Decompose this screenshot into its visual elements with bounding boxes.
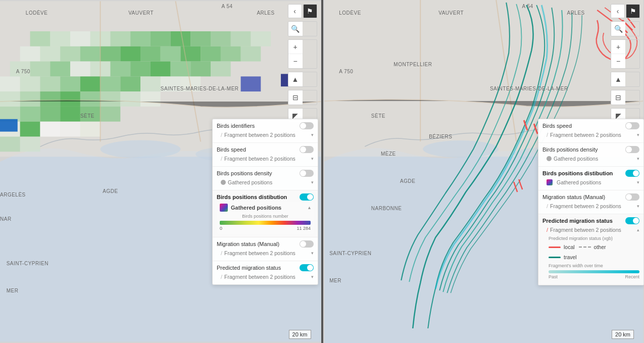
svg-rect-24 — [201, 46, 221, 62]
birds-speed-toggle-right[interactable] — [625, 122, 639, 129]
north-button-left[interactable]: ▲ — [288, 72, 303, 86]
svg-rect-5 — [70, 31, 90, 46]
birds-identifiers-chevron[interactable]: ▾ — [311, 132, 314, 137]
svg-rect-16 — [40, 46, 60, 62]
birds-positions-density-toggle[interactable] — [300, 170, 314, 177]
svg-rect-51 — [20, 91, 40, 107]
zoom-in-button-left[interactable]: + — [288, 40, 303, 54]
birds-positions-density-title: Birds positions density — [217, 170, 272, 176]
birds-positions-distribution-sublayer-right: Gathered positions ▾ — [542, 178, 639, 187]
svg-rect-52 — [40, 91, 60, 107]
gradient-labels: 0 11 284 — [220, 226, 311, 231]
gathered-positions-label: Gathered positions — [231, 205, 281, 211]
migration-status-manual-toggle[interactable] — [300, 240, 314, 248]
bookmark-button-right[interactable]: ⚑ — [626, 4, 640, 18]
svg-rect-28 — [30, 62, 51, 77]
birds-speed-title-right: Birds speed — [542, 123, 572, 129]
svg-rect-37 — [211, 62, 231, 77]
migration-status-manual-sublayer-label: Fragment between 2 positions — [224, 250, 295, 256]
zoom-in-button-right[interactable]: + — [611, 40, 625, 54]
svg-rect-50 — [0, 91, 20, 107]
predicted-legend-label: Predicted migration status (xgb) — [549, 236, 639, 241]
birds-identifiers-title: Birds identifiers — [217, 123, 255, 129]
birds-positions-density-sublayer: Gathered positions ▾ — [217, 178, 314, 187]
predicted-migration-status-sublayer: / Fragment between 2 positions ▾ — [217, 272, 314, 281]
search-button-right[interactable]: 🔍 — [611, 22, 625, 36]
birds-speed-title: Birds speed — [217, 146, 246, 153]
migration-status-manual-toggle-right[interactable] — [625, 193, 639, 201]
zoom-out-button-right[interactable]: − — [611, 54, 625, 68]
back-button-left[interactable]: ‹ — [288, 4, 302, 18]
width-bar — [549, 270, 639, 273]
gathered-icon — [220, 204, 228, 212]
birds-positions-distribution-sublayer-label-right: Gathered positions — [557, 179, 601, 185]
search-button-left[interactable]: 🔍 — [288, 22, 303, 36]
svg-rect-27 — [10, 62, 30, 77]
birds-identifiers-sublayer: / Fragment between 2 positions ▾ — [217, 130, 314, 139]
legend-local-line — [549, 247, 561, 248]
birds-positions-density-chevron[interactable]: ▾ — [311, 180, 314, 185]
predicted-slash-icon: / — [221, 274, 222, 280]
birds-positions-number-label: Birds positions number — [220, 214, 311, 219]
svg-rect-55 — [101, 91, 121, 107]
legend-local: local — [549, 243, 575, 251]
migration-status-manual-chevron-right[interactable]: ▾ — [637, 204, 639, 209]
birds-positions-density-sublayer-right: Gathered positions ▾ — [542, 154, 639, 163]
svg-rect-13 — [231, 31, 251, 46]
zoom-out-button-left[interactable]: − — [288, 54, 303, 68]
section-migration-status-manual-right: Migration status (Manual) / Fragment bet… — [538, 190, 643, 214]
migration-status-manual-chevron[interactable]: ▾ — [311, 251, 314, 256]
svg-rect-32 — [110, 62, 130, 77]
gathered-positions-gray-dot — [221, 180, 226, 185]
svg-rect-14 — [251, 31, 271, 46]
gradient-to: 11 284 — [296, 226, 311, 231]
birds-identifiers-toggle[interactable] — [300, 122, 314, 129]
svg-rect-68 — [20, 136, 40, 152]
birds-positions-distribution-toggle[interactable] — [300, 193, 314, 201]
predicted-chevron-right[interactable]: ▴ — [637, 227, 639, 232]
svg-rect-60 — [40, 107, 60, 122]
birds-positions-density-toggle-right[interactable] — [625, 146, 639, 153]
birds-speed-toggle[interactable] — [300, 146, 314, 153]
predicted-slash-red-icon: / — [547, 227, 548, 233]
predicted-migration-status-toggle[interactable] — [300, 264, 314, 271]
birds-speed-chevron-right[interactable]: ▾ — [637, 132, 639, 137]
svg-rect-70 — [60, 122, 80, 137]
birds-positions-density-chevron-right[interactable]: ▾ — [637, 156, 639, 161]
section-birds-speed: Birds speed / Fragment between 2 positio… — [213, 143, 318, 167]
map-divider[interactable] — [321, 0, 323, 343]
migration-status-manual-sublayer-label-right: Fragment between 2 positions — [550, 203, 621, 209]
svg-rect-17 — [60, 46, 80, 62]
svg-rect-30 — [70, 62, 90, 77]
birds-positions-distribution-chevron-right[interactable]: ▾ — [637, 180, 639, 185]
bookmark-button-left[interactable]: ⚑ — [303, 4, 317, 18]
svg-rect-3 — [30, 31, 51, 46]
svg-rect-7 — [110, 31, 130, 46]
svg-rect-56 — [120, 91, 140, 107]
svg-rect-41 — [60, 76, 80, 91]
gathered-positions-chevron[interactable]: ▴ — [308, 205, 311, 210]
svg-rect-48 — [241, 76, 261, 91]
north-button-right[interactable]: ▲ — [611, 72, 625, 86]
section-predicted-migration-status-right: Predicted migration status / Fragment be… — [538, 214, 643, 285]
birds-speed-chevron[interactable]: ▾ — [311, 156, 314, 161]
app-container: LODÈVE VAUVERT ARLES A 54 A 750 SÈTE AGD… — [0, 0, 644, 343]
svg-rect-53 — [60, 91, 80, 107]
predicted-migration-chevron[interactable]: ▾ — [311, 274, 314, 279]
scale-bar-right: 20 km — [612, 330, 634, 339]
birds-positions-distribution-toggle-right[interactable] — [625, 170, 639, 177]
birds-speed-sublayer: / Fragment between 2 positions ▾ — [217, 154, 314, 163]
birds-speed-sublayer-label-right: Fragment between 2 positions — [550, 132, 621, 138]
legend-local-label: local — [564, 244, 575, 250]
svg-rect-34 — [151, 62, 171, 77]
map-button-right[interactable]: ⊟ — [611, 90, 625, 105]
back-button-right[interactable]: ‹ — [611, 4, 625, 18]
svg-rect-9 — [151, 31, 171, 46]
svg-rect-57 — [140, 91, 161, 107]
predicted-migration-status-sublayer-label: Fragment between 2 positions — [224, 274, 295, 280]
predicted-migration-status-toggle-right[interactable] — [625, 217, 639, 224]
migration-status-manual-sublayer-right: / Fragment between 2 positions ▾ — [542, 202, 639, 211]
map-button-left[interactable]: ⊟ — [288, 90, 303, 105]
legend-other-dashed — [579, 247, 591, 248]
svg-rect-38 — [0, 76, 20, 91]
